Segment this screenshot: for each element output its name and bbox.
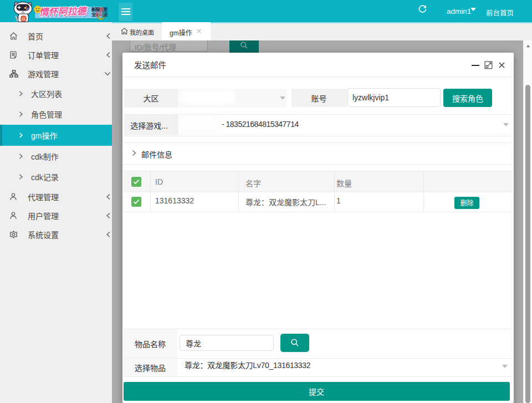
svg-text:G: G — [22, 17, 25, 22]
